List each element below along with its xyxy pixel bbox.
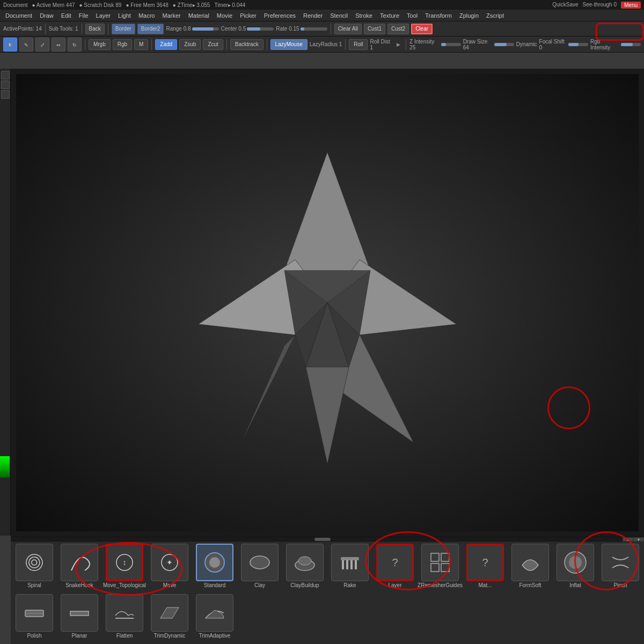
brush-icon-unknown: ? — [466, 544, 504, 581]
menu-light[interactable]: Light — [115, 11, 134, 20]
center-label: Center 0.5 — [221, 26, 246, 32]
m-btn[interactable]: M — [134, 39, 148, 50]
brush-item-move-topo[interactable]: ↕ Move_Topological — [103, 544, 146, 592]
move-btn[interactable]: ⤢ — [35, 38, 49, 52]
quicksave-btn[interactable]: QuickSave — [552, 2, 578, 9]
zcut-btn[interactable]: Zcut — [203, 39, 223, 50]
z-intensity-slider[interactable] — [441, 43, 461, 46]
status-document: Document — [3, 2, 28, 8]
brush-icon-trimadaptive — [196, 594, 233, 632]
menu-document[interactable]: Document — [2, 11, 35, 20]
star-svg — [140, 115, 515, 491]
brush-item-standard[interactable]: Standard — [193, 544, 236, 592]
range-slider[interactable] — [192, 27, 219, 31]
brush-item-layer[interactable]: ? Layer — [374, 544, 416, 592]
sidebar-btn-1[interactable] — [1, 71, 10, 79]
viewport[interactable] — [11, 69, 644, 537]
menu-file[interactable]: File — [76, 11, 92, 20]
scale-btn[interactable]: ⇔ — [52, 38, 65, 52]
svg-text:⤢: ⤢ — [40, 42, 45, 48]
menu-picker[interactable]: Picker — [237, 11, 260, 20]
border2-btn[interactable]: Border2 — [137, 24, 164, 34]
brush-item-move[interactable]: ✦ Move — [148, 544, 191, 592]
zsub-btn[interactable]: Zsub — [179, 39, 201, 50]
brush-item-trimadaptive[interactable]: TrimAdaptive — [193, 594, 236, 642]
cust2-btn[interactable]: Cust2 — [387, 24, 409, 34]
status-bar-right: QuickSave See-through 0 Menu — [552, 2, 641, 9]
sidebar-btn-2[interactable] — [1, 80, 10, 89]
menu-movie[interactable]: Movie — [214, 11, 236, 20]
menu-render[interactable]: Render — [300, 11, 326, 20]
status-bar: Document ● Active Mem 447 ● Scratch Disk… — [0, 0, 644, 10]
center-slider[interactable] — [247, 27, 274, 31]
brush-item-claybuildup[interactable]: ClayBuildup — [283, 544, 326, 592]
brush-item-planar[interactable]: Planar — [58, 594, 101, 642]
menu-preferences[interactable]: Preferences — [261, 11, 299, 20]
see-through-btn[interactable]: See-through 0 — [583, 2, 617, 9]
backtrack-btn[interactable]: Backtrack — [230, 39, 264, 50]
menu-edit[interactable]: Edit — [58, 11, 75, 20]
brush-icon-trimdynamic — [151, 594, 188, 632]
svg-text:E: E — [9, 42, 11, 47]
lazymouse-btn[interactable]: LazyMouse — [270, 39, 308, 50]
brush-item-clay[interactable]: Clay — [238, 544, 281, 592]
focal-shift-slider[interactable] — [568, 43, 588, 46]
brush-icon-spiral — [16, 544, 53, 581]
range-slider-group: Range 0.8 — [166, 26, 218, 32]
menu-draw[interactable]: Draw — [36, 11, 57, 20]
brush-label-zremesher: ZRemesherGuides — [418, 582, 463, 588]
scroll-down-arrow[interactable]: ▼ — [633, 537, 644, 541]
brush-item-pinch[interactable]: Pinch — [599, 544, 642, 592]
menu-zscript[interactable]: Zscript — [483, 11, 507, 20]
menu-material[interactable]: Material — [185, 11, 213, 20]
clear-all-btn[interactable]: Clear All — [334, 24, 362, 34]
rgb-intensity-slider[interactable] — [621, 43, 641, 46]
rotate-btn[interactable]: ↻ — [68, 38, 82, 52]
rgb-intensity-label: Rgb Intensity — [590, 39, 619, 50]
brush-icon-inflat — [557, 544, 594, 581]
zadd-btn[interactable]: Zadd — [155, 39, 177, 50]
clear-btn[interactable]: Clear — [411, 24, 433, 34]
cust1-btn[interactable]: Cust1 — [364, 24, 385, 34]
brush-item-spiral[interactable]: Spiral — [13, 544, 56, 592]
edit-btn[interactable]: ✎ — [19, 38, 33, 52]
menu-marker[interactable]: Marker — [159, 11, 184, 20]
dynamic-label: Dynamic — [516, 41, 537, 47]
rate-slider[interactable] — [301, 27, 327, 31]
border-btn[interactable]: Border — [112, 24, 135, 34]
menu-stroke[interactable]: Stroke — [352, 11, 376, 20]
rgb-btn[interactable]: Rgb — [113, 39, 132, 50]
svg-text:↻: ↻ — [72, 42, 77, 48]
brush-label-move: Move — [163, 582, 176, 588]
menu-btn[interactable]: Menu — [621, 2, 641, 9]
draw-size-slider[interactable] — [494, 43, 514, 46]
brush-item-unknown[interactable]: ? Mat... — [464, 544, 507, 592]
brush-item-zremesher[interactable]: ZRemesherGuides — [419, 544, 462, 592]
brush-label-trimadaptive: TrimAdaptive — [199, 633, 231, 639]
menu-texture[interactable]: Texture — [377, 11, 402, 20]
menu-stencil[interactable]: Stencil — [327, 11, 351, 20]
svg-rect-39 — [431, 553, 439, 561]
draw-mode-btn[interactable]: E — [3, 38, 17, 52]
brush-item-snakehook[interactable]: SnakeHook — [58, 544, 101, 592]
menu-tool[interactable]: Tool — [404, 11, 421, 20]
scroll-up-arrow[interactable]: ▲ — [623, 537, 633, 541]
menu-layer[interactable]: Layer — [93, 11, 114, 20]
roll-btn[interactable]: Roll — [349, 39, 368, 50]
brush-scroll-bar: ▲ ▼ — [11, 537, 644, 541]
back-btn[interactable]: Back — [85, 24, 105, 34]
menu-transform[interactable]: Transform — [422, 11, 455, 20]
menu-macro[interactable]: Macro — [135, 11, 158, 20]
brush-item-flatten[interactable]: Flatten — [103, 594, 146, 642]
brush-item-rake[interactable]: Rake — [328, 544, 371, 592]
mrgb-btn[interactable]: Mrgb — [89, 39, 111, 50]
brush-item-trimdynamic[interactable]: TrimDynamic — [148, 594, 191, 642]
brush-item-formsoft[interactable]: FormSoft — [509, 544, 552, 592]
color-strip-green[interactable] — [0, 456, 10, 478]
brush-scroll-thumb[interactable] — [314, 538, 331, 541]
svg-point-30 — [250, 556, 269, 569]
brush-item-inflat[interactable]: Inflat — [554, 544, 597, 592]
sidebar-btn-3[interactable] — [1, 90, 10, 99]
brush-item-polish[interactable]: Polish — [13, 594, 56, 642]
menu-zplugin[interactable]: Zplugin — [456, 11, 482, 20]
